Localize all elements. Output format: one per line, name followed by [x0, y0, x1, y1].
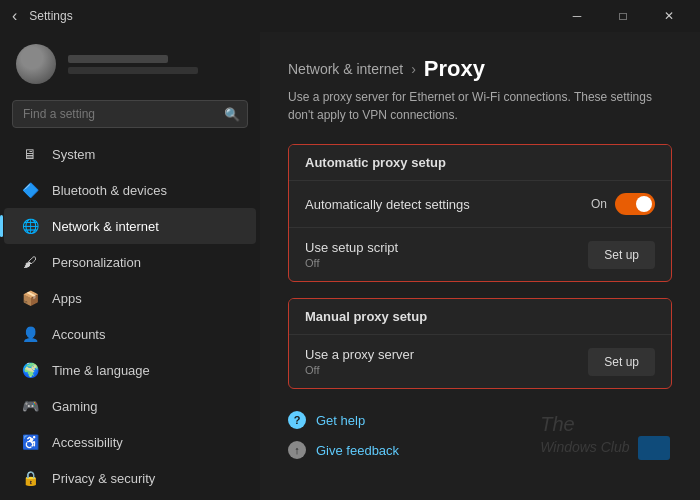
close-button[interactable]: ✕: [646, 0, 692, 32]
user-section: [0, 32, 260, 96]
search-icon: 🔍: [224, 107, 240, 122]
manual-section-header: Manual proxy setup: [289, 299, 671, 334]
avatar-image: [16, 44, 56, 84]
get-help-link[interactable]: ? Get help: [288, 405, 672, 435]
give-feedback-icon: ↑: [288, 441, 306, 459]
proxy-server-label: Use a proxy server: [305, 347, 414, 362]
system-icon: 🖥: [20, 144, 40, 164]
setup-script-label: Use setup script: [305, 240, 398, 255]
avatar: [16, 44, 56, 84]
get-help-icon: ?: [288, 411, 306, 429]
privacy-icon: 🔒: [20, 468, 40, 488]
sidebar-item-gaming[interactable]: 🎮 Gaming: [4, 388, 256, 424]
search-input[interactable]: [12, 100, 248, 128]
automatic-proxy-section: Automatic proxy setup Automatically dete…: [288, 144, 672, 282]
personalization-icon: 🖌: [20, 252, 40, 272]
breadcrumb: Network & internet › Proxy: [288, 56, 672, 82]
auto-detect-row: Automatically detect settings On: [289, 180, 671, 227]
toggle-knob: [636, 196, 652, 212]
sidebar-item-time[interactable]: 🌍 Time & language: [4, 352, 256, 388]
setup-script-sublabel: Off: [305, 257, 398, 269]
network-label: Network & internet: [52, 219, 159, 234]
time-label: Time & language: [52, 363, 150, 378]
personalization-label: Personalization: [52, 255, 141, 270]
accounts-label: Accounts: [52, 327, 105, 342]
sidebar-item-system[interactable]: 🖥 System: [4, 136, 256, 172]
titlebar-title: Settings: [29, 9, 72, 23]
accounts-icon: 👤: [20, 324, 40, 344]
proxy-server-sublabel: Off: [305, 364, 414, 376]
bluetooth-label: Bluetooth & devices: [52, 183, 167, 198]
page-description: Use a proxy server for Ethernet or Wi-Fi…: [288, 88, 672, 124]
auto-detect-toggle-wrap: On: [591, 193, 655, 215]
auto-detect-label-group: Automatically detect settings: [305, 197, 470, 212]
titlebar-left: ‹ Settings: [8, 7, 73, 25]
sidebar-item-privacy[interactable]: 🔒 Privacy & security: [4, 460, 256, 496]
proxy-server-setup-button[interactable]: Set up: [588, 348, 655, 376]
help-section: ? Get help ↑ Give feedback: [288, 405, 672, 465]
content-area: Network & internet › Proxy Use a proxy s…: [260, 32, 700, 500]
network-icon: 🌐: [20, 216, 40, 236]
automatic-section-header: Automatic proxy setup: [289, 145, 671, 180]
sidebar-item-personalization[interactable]: 🖌 Personalization: [4, 244, 256, 280]
get-help-label: Get help: [316, 413, 365, 428]
sidebar-item-accounts[interactable]: 👤 Accounts: [4, 316, 256, 352]
back-button[interactable]: ‹: [8, 7, 21, 25]
user-name: [68, 55, 168, 63]
sidebar-item-accessibility[interactable]: ♿ Accessibility: [4, 424, 256, 460]
privacy-label: Privacy & security: [52, 471, 155, 486]
proxy-server-label-group: Use a proxy server Off: [305, 347, 414, 376]
sidebar-item-apps[interactable]: 📦 Apps: [4, 280, 256, 316]
bluetooth-icon: 🔷: [20, 180, 40, 200]
sidebar: 🔍 🖥 System 🔷 Bluetooth & devices 🌐 Netwo…: [0, 32, 260, 500]
breadcrumb-parent: Network & internet: [288, 61, 403, 77]
apps-icon: 📦: [20, 288, 40, 308]
proxy-server-row: Use a proxy server Off Set up: [289, 334, 671, 388]
auto-detect-toggle[interactable]: [615, 193, 655, 215]
auto-detect-label: Automatically detect settings: [305, 197, 470, 212]
time-icon: 🌍: [20, 360, 40, 380]
user-email: [68, 67, 198, 74]
sidebar-item-bluetooth[interactable]: 🔷 Bluetooth & devices: [4, 172, 256, 208]
titlebar-controls: ─ □ ✕: [554, 0, 692, 32]
give-feedback-label: Give feedback: [316, 443, 399, 458]
user-info: [68, 55, 198, 74]
sidebar-item-update[interactable]: 🔄 Windows Update: [4, 496, 256, 500]
setup-script-button[interactable]: Set up: [588, 241, 655, 269]
titlebar: ‹ Settings ─ □ ✕: [0, 0, 700, 32]
gaming-icon: 🎮: [20, 396, 40, 416]
nav-list: 🖥 System 🔷 Bluetooth & devices 🌐 Network…: [0, 136, 260, 500]
search-box: 🔍: [12, 100, 248, 128]
breadcrumb-current: Proxy: [424, 56, 485, 82]
setup-script-label-group: Use setup script Off: [305, 240, 398, 269]
gaming-label: Gaming: [52, 399, 98, 414]
setup-script-row: Use setup script Off Set up: [289, 227, 671, 281]
sidebar-item-network[interactable]: 🌐 Network & internet: [4, 208, 256, 244]
maximize-button[interactable]: □: [600, 0, 646, 32]
accessibility-label: Accessibility: [52, 435, 123, 450]
system-label: System: [52, 147, 95, 162]
app-body: 🔍 🖥 System 🔷 Bluetooth & devices 🌐 Netwo…: [0, 32, 700, 500]
manual-proxy-section: Manual proxy setup Use a proxy server Of…: [288, 298, 672, 389]
give-feedback-link[interactable]: ↑ Give feedback: [288, 435, 672, 465]
toggle-on-text: On: [591, 197, 607, 211]
accessibility-icon: ♿: [20, 432, 40, 452]
apps-label: Apps: [52, 291, 82, 306]
breadcrumb-separator: ›: [411, 61, 416, 77]
minimize-button[interactable]: ─: [554, 0, 600, 32]
